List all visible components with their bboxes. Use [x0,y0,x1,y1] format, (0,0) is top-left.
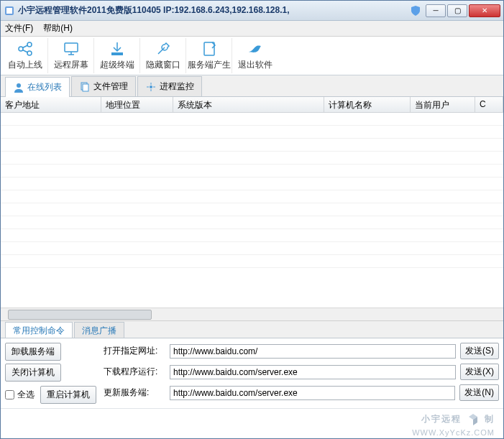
footer-url: WWW.XyYcKz.COM [412,428,495,437]
toolbar-hide-window[interactable]: 隐藏窗口 [140,38,186,73]
svg-rect-11 [111,52,123,55]
shield-icon [410,5,421,17]
svg-point-16 [150,86,152,88]
close-button[interactable]: ✕ [469,4,500,17]
tab-label: 在线列表 [27,81,62,93]
note-icon [201,40,218,57]
left-buttons: 卸载服务端 关闭计算机 全选 重启计算机 [5,343,96,404]
monitor-icon [63,40,80,57]
list-body[interactable] [1,113,503,308]
toolbar-auto-online[interactable]: 自动上线 [2,38,48,73]
download-run-input[interactable] [170,365,456,379]
table-row [1,139,503,152]
restart-computer-button[interactable]: 重启计算机 [40,386,96,404]
minimize-button[interactable]: ─ [426,4,446,17]
toolbar: 自动上线 远程屏幕 超级终端 隐藏窗口 服务端产生 退出软件 [1,37,503,75]
main-tabs: 在线列表 文件管理 进程监控 [1,75,503,97]
window-controls: ─ ▢ ✕ [426,4,500,17]
toolbar-label: 远程屏幕 [54,59,88,71]
toolbar-server-generate[interactable]: 服务端产生 [186,38,232,73]
toolbar-label: 自动上线 [8,59,42,71]
open-url-label: 打开指定网址: [104,345,165,357]
svg-rect-15 [83,84,88,91]
toolbar-exit-software[interactable]: 退出软件 [232,38,278,73]
wrench-icon [155,40,172,57]
svg-rect-12 [204,42,214,55]
list-header: 客户地址 地理位置 系统版本 计算机名称 当前用户 C [1,97,503,113]
files-icon [79,81,91,93]
table-row [1,242,503,255]
menubar: 文件(F) 帮助(H) [1,21,503,37]
svg-point-2 [19,47,23,51]
svg-point-4 [27,51,32,55]
table-row [1,203,503,216]
tab-online-list[interactable]: 在线列表 [5,77,70,97]
toolbar-remote-screen[interactable]: 远程屏幕 [48,38,94,73]
col-c[interactable]: C [475,97,503,112]
titlebar: 小宇远程管理软件2011免费版110405 IP:192.168.6.243,1… [1,1,503,21]
tab-file-manage[interactable]: 文件管理 [71,76,136,96]
tab-label: 文件管理 [93,80,128,93]
window-title: 小宇远程管理软件2011免费版110405 IP:192.168.6.243,1… [18,4,410,17]
app-icon [4,5,15,17]
command-rows: 打开指定网址: 发送(S) 下载程序运行: 发送(X) 更新服务端: 发送(N) [104,343,499,404]
col-current-user[interactable]: 当前用户 [411,97,475,112]
download-run-label: 下载程序运行: [104,366,165,378]
download-icon [109,40,126,57]
send-s-button[interactable]: 发送(S) [460,343,499,359]
table-row [1,113,503,126]
update-server-label: 更新服务端: [104,387,165,399]
maximize-button[interactable]: ▢ [447,4,467,17]
footer-brand: 小宇远程 制 [421,411,495,428]
toolbar-label: 超级终端 [100,59,134,71]
col-computer-name[interactable]: 计算机名称 [324,97,411,112]
svg-line-6 [22,50,27,53]
col-sys-ver[interactable]: 系统版本 [173,97,324,112]
uninstall-server-button[interactable]: 卸载服务端 [5,343,61,361]
table-row [1,190,503,203]
table-row [1,177,503,190]
table-row [1,255,503,268]
scrollbar-thumb[interactable] [8,310,152,320]
table-row [1,165,503,177]
tab-label: 进程监控 [160,80,194,93]
toolbar-super-terminal[interactable]: 超级终端 [94,38,140,73]
client-list: 客户地址 地理位置 系统版本 计算机名称 当前用户 C [1,97,503,320]
share-icon [17,40,34,57]
logo-icon [464,411,482,428]
open-url-input[interactable] [170,344,456,359]
table-row [1,216,503,229]
svg-point-3 [27,42,32,47]
user-icon [13,82,24,93]
col-geo[interactable]: 地理位置 [101,97,173,112]
toolbar-label: 隐藏窗口 [146,59,180,71]
menu-file[interactable]: 文件(F) [5,22,33,34]
process-icon [145,81,157,93]
tab-common-cmd[interactable]: 常用控制命令 [5,322,73,338]
toolbar-label: 退出软件 [238,59,272,71]
col-client-addr[interactable]: 客户地址 [1,97,101,112]
svg-point-13 [17,83,21,88]
menu-help[interactable]: 帮助(H) [43,22,73,34]
svg-rect-7 [65,43,78,52]
tab-process-monitor[interactable]: 进程监控 [137,76,202,96]
send-n-button[interactable]: 发送(N) [459,384,499,401]
table-row [1,126,503,139]
horizontal-scrollbar[interactable] [1,308,503,320]
svg-rect-1 [6,8,12,14]
tab-broadcast[interactable]: 消息广播 [74,322,124,338]
shutdown-computer-button[interactable]: 关闭计算机 [5,364,61,382]
command-panel: 卸载服务端 关闭计算机 全选 重启计算机 打开指定网址: 发送(S) 下载程序运… [1,338,503,408]
select-all-label: 全选 [17,389,35,401]
table-row [1,229,503,242]
select-all-checkbox[interactable] [5,390,14,399]
update-server-input[interactable] [170,386,455,400]
app-window: 小宇远程管理软件2011免费版110405 IP:192.168.6.243,1… [0,0,504,439]
toolbar-label: 服务端产生 [188,59,231,71]
table-row [1,152,503,165]
bird-icon [247,40,264,57]
footer: 小宇远程 制 WWW.XyYcKz.COM [1,408,503,438]
send-x-button[interactable]: 发送(X) [460,364,499,380]
svg-line-5 [22,45,27,48]
bottom-tabs: 常用控制命令 消息广播 [1,320,503,338]
